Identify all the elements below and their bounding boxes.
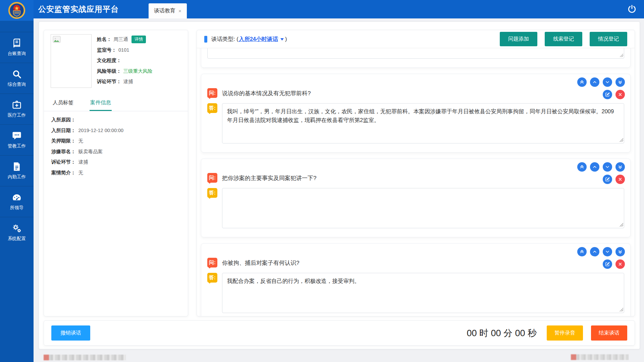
delete-question-button[interactable] <box>615 259 625 269</box>
tab-label: 谈话教育 <box>154 7 175 14</box>
gears-icon <box>12 223 22 233</box>
chevrons-up-icon <box>579 79 585 85</box>
edit-controls <box>603 259 625 269</box>
delete-question-button[interactable] <box>615 90 625 99</box>
qa-header: 谈话类型: ( 入所24小时谈话 ) 问题添加 线索登记 情况登记 <box>197 30 635 48</box>
move-down-button[interactable] <box>603 247 612 256</box>
chevron-down-icon[interactable] <box>280 38 284 42</box>
case-label: 诉讼环节： <box>51 157 76 168</box>
tab-close-icon[interactable]: × <box>178 8 181 14</box>
resize-handle-icon[interactable] <box>620 53 623 57</box>
person-panel: 姓名： 周三通 详情 监室号： 0101 文化程度： 风险等级： 三级重大风险 … <box>44 30 188 316</box>
tab-person-labels[interactable]: 人员标签 <box>52 96 74 111</box>
tab-talk-education[interactable]: 谈话教育 × <box>149 3 187 18</box>
chevrons-down-icon <box>618 164 623 170</box>
answer-row: 答: 我叫，绰号“”，男，年月日出生，汉族，文化，农民，家住组，无犯罪前科。本案… <box>207 103 624 143</box>
question-row: 问: 你被拘、捕后对案子有何认识? <box>207 258 624 267</box>
sidebar-item-discipline-work[interactable]: 管教工作 <box>0 124 34 155</box>
sidebar-item-comprehensive-query[interactable]: 综合查询 <box>0 63 34 94</box>
move-up-button[interactable] <box>590 247 599 256</box>
dashboard-gauge-icon <box>12 192 22 202</box>
answer-row: 答: <box>207 188 624 228</box>
pause-recording-button[interactable]: 暂停录音 <box>547 325 583 341</box>
move-top-button[interactable] <box>577 77 587 87</box>
answer-badge: 答: <box>207 188 217 198</box>
case-row-stage: 诉讼环节： 逮捕 <box>51 157 182 168</box>
question-row: 问: 说说你的基本情况及有无犯罪前科? <box>207 88 624 98</box>
case-row-entry-date: 入所日期： 2019-12-12 00:00:00 <box>51 125 182 136</box>
sidebar-item-ledger-query[interactable]: 台账查询 <box>0 32 34 63</box>
case-value: 贩卖毒品案 <box>78 146 103 157</box>
qa-card-controls <box>577 77 625 99</box>
logout-power-button[interactable] <box>627 4 637 14</box>
move-up-button[interactable] <box>590 77 599 87</box>
case-label: 关押期限： <box>51 136 76 146</box>
sidebar-item-label: 管教工作 <box>8 143 26 149</box>
end-talk-button[interactable]: 结束谈话 <box>591 325 627 341</box>
answer-textarea[interactable]: 我配合办案，反省自己的行为，积极改造，接受审判。 <box>222 273 624 313</box>
sidebar-item-label: 综合查询 <box>8 81 26 87</box>
chevrons-down-icon <box>618 79 623 85</box>
edit-question-button[interactable] <box>603 175 612 184</box>
add-question-button[interactable]: 问题添加 <box>500 32 537 46</box>
edit-question-button[interactable] <box>603 259 612 269</box>
risk-label: 风险等级： <box>97 68 121 74</box>
answer-wrap: 我配合办案，反省自己的行为，积极改造，接受审判。 <box>222 273 624 313</box>
answer-textarea[interactable] <box>207 48 624 59</box>
move-top-button[interactable] <box>577 162 587 172</box>
chevrons-down-icon <box>618 249 623 254</box>
move-bottom-button[interactable] <box>615 247 625 256</box>
close-icon <box>618 177 623 182</box>
police-badge-icon <box>8 1 26 19</box>
case-row-custody-term: 关押期限： 无 <box>51 136 182 146</box>
qa-panel: 谈话类型: ( 入所24小时谈话 ) 问题添加 线索登记 情况登记 <box>197 30 635 316</box>
move-bottom-button[interactable] <box>615 77 625 87</box>
tab-case-info[interactable]: 案件信息 <box>90 96 112 111</box>
cancel-talk-button[interactable]: 撤销谈话 <box>51 325 90 341</box>
move-top-button[interactable] <box>577 247 587 256</box>
qa-header-actions: 问题添加 线索登记 情况登记 <box>500 32 627 46</box>
answer-textarea[interactable] <box>222 188 624 228</box>
move-bottom-button[interactable] <box>615 162 625 172</box>
sidebar-item-label: 医疗工作 <box>8 112 26 118</box>
talk-type: 谈话类型: ( 入所24小时谈话 ) <box>211 36 287 43</box>
name-label: 姓名： <box>97 36 112 43</box>
move-down-button[interactable] <box>603 77 612 87</box>
case-label: 涉嫌罪名： <box>51 146 76 157</box>
edit-question-button[interactable] <box>603 90 612 99</box>
risk-value: 三级重大风险 <box>123 68 153 74</box>
question-text: 你被拘、捕后对案子有何认识? <box>222 258 299 267</box>
sidebar-item-medical-work[interactable]: 医疗工作 <box>0 94 34 124</box>
question-badge: 问: <box>207 173 217 183</box>
question-row: 问: 把你涉案的主要事实及同案犯讲一下? <box>207 173 624 183</box>
qa-card: 问: 说说你的基本情况及有无犯罪前科? 答: 我叫，绰号“”，男，年月日出生，汉… <box>201 74 631 153</box>
chevrons-up-icon <box>579 164 585 170</box>
qa-card: 问: 把你涉案的主要事实及同案犯讲一下? 答: <box>201 159 631 237</box>
clue-register-button[interactable]: 线索登记 <box>545 32 582 46</box>
sidebar-nav: 台账查询 综合查询 医疗工作 管教工作 <box>0 18 34 362</box>
qa-scroll-area[interactable]: 问: 说说你的基本情况及有无犯罪前科? 答: 我叫，绰号“”，男，年月日出生，汉… <box>197 48 635 316</box>
edit-icon <box>605 177 610 182</box>
answer-textarea[interactable]: 我叫，绰号“”，男，年月日出生，汉族，文化，农民，家住组，无犯罪前科。本案因涉嫌… <box>222 103 624 143</box>
sidebar-item-label: 所领导 <box>10 205 24 211</box>
sidebar-item-leadership[interactable]: 所领导 <box>0 186 34 217</box>
move-down-button[interactable] <box>603 162 612 172</box>
move-up-button[interactable] <box>590 162 599 172</box>
chevron-up-icon <box>592 249 597 254</box>
resize-handle-icon[interactable] <box>620 308 623 311</box>
cell-value: 0101 <box>118 47 129 53</box>
main-container: 姓名： 周三通 详情 监室号： 0101 文化程度： 风险等级： 三级重大风险 … <box>39 21 640 349</box>
detail-button[interactable]: 详情 <box>131 36 146 43</box>
talk-type-link[interactable]: 入所24小时谈话 <box>239 36 278 43</box>
person-info: 姓名： 周三通 详情 监室号： 0101 文化程度： 风险等级： 三级重大风险 … <box>97 34 153 87</box>
talk-type-suffix: ) <box>285 36 287 42</box>
situation-register-button[interactable]: 情况登记 <box>590 32 627 46</box>
resize-handle-icon[interactable] <box>620 223 623 227</box>
sidebar-item-internal-work[interactable]: 内勤工作 <box>0 155 34 186</box>
delete-question-button[interactable] <box>615 175 625 184</box>
chevron-down-icon <box>605 79 610 85</box>
edit-icon <box>605 261 610 267</box>
sidebar-item-system-config[interactable]: 系统配置 <box>0 217 34 248</box>
move-controls <box>577 77 625 87</box>
resize-handle-icon[interactable] <box>620 138 623 142</box>
